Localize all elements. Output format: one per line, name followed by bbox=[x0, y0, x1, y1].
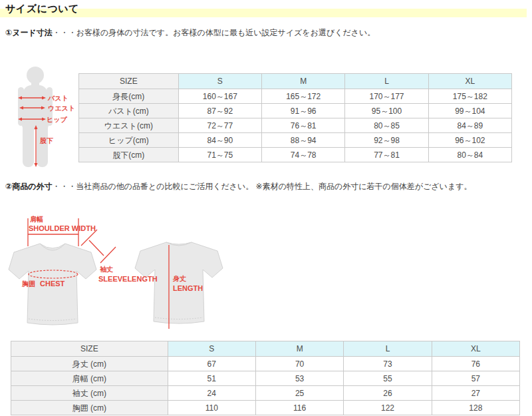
cell: 74～78 bbox=[262, 148, 345, 162]
row-label: 身丈 (cm) bbox=[11, 357, 168, 371]
cell: 26 bbox=[344, 386, 432, 401]
size-column-header: SIZE bbox=[11, 341, 168, 357]
sleeve-length-label-en: SLEEVELENGTH bbox=[98, 275, 158, 283]
cell: 71～75 bbox=[178, 148, 261, 162]
table-header-row: SIZE S M L XL bbox=[11, 341, 520, 357]
cell: 165～172 bbox=[262, 89, 345, 104]
hip-label: ヒップ bbox=[47, 116, 67, 123]
outer-size-intro: ②商品の外寸・・・当社商品の他の品番との比較にご活用ください。 ※素材の特性上、… bbox=[5, 181, 471, 192]
cell: 84～89 bbox=[428, 118, 511, 133]
cell: 80～85 bbox=[345, 118, 428, 133]
shirt-back-illustration bbox=[135, 242, 223, 323]
cell: 24 bbox=[168, 386, 255, 401]
table-row-sleeve-length: 袖丈 (cm) 24 25 26 27 bbox=[11, 386, 520, 401]
inseam-label: 股下 bbox=[39, 137, 53, 144]
cell: 110 bbox=[168, 401, 255, 415]
cell: 55 bbox=[344, 371, 432, 386]
cell: 76～81 bbox=[262, 118, 345, 133]
row-label: ウエスト(cm) bbox=[79, 118, 179, 133]
table-row-height: 身長(cm) 160～167 165～172 170～177 175～182 bbox=[79, 89, 512, 104]
column-header-l: L bbox=[344, 341, 432, 357]
cell: 25 bbox=[255, 386, 343, 401]
outer-size-description: ・・・当社商品の他の品番との比較にご活用ください。 ※素材の特性上、商品の外寸に… bbox=[52, 182, 471, 191]
cell: 128 bbox=[432, 401, 519, 415]
cell: 96～102 bbox=[428, 133, 511, 148]
row-label: バスト(cm) bbox=[79, 104, 179, 118]
cell: 170～177 bbox=[345, 89, 428, 104]
cell: 80～84 bbox=[428, 148, 511, 162]
row-label: 袖丈 (cm) bbox=[11, 386, 168, 401]
table-row-shoulder-width: 肩幅 (cm) 51 53 55 57 bbox=[11, 371, 520, 386]
column-header-l: L bbox=[345, 74, 428, 89]
shoulder-width-label-jp: 肩幅 bbox=[29, 216, 43, 223]
chest-label-jp: 胸囲 bbox=[21, 280, 35, 288]
table-row-inseam: 股下(cm) 71～75 74～78 77～81 80～84 bbox=[79, 148, 512, 162]
cell: 160～167 bbox=[178, 89, 261, 104]
size-guide-page: サイズについて ①ヌード寸法・・・お客様の身体の寸法です。お客様の体型に最も近い… bbox=[0, 0, 532, 416]
body-measurement-figure: バスト ウエスト ヒップ 股下 bbox=[10, 57, 80, 170]
table-row-bust: バスト(cm) 87～92 91～96 95～100 99～104 bbox=[79, 104, 512, 118]
cell: 175～182 bbox=[428, 89, 511, 104]
sleeve-length-label-jp: 袖丈 bbox=[99, 266, 113, 273]
cell: 91～96 bbox=[262, 104, 345, 118]
cell: 99～104 bbox=[428, 104, 511, 118]
cell: 57 bbox=[432, 371, 519, 386]
garment-size-table: SIZE S M L XL 身丈 (cm) 67 70 73 76 肩幅 (cm… bbox=[11, 341, 520, 415]
row-label: 胸囲 (cm) bbox=[11, 401, 168, 415]
table-header-row: SIZE S M L XL bbox=[79, 74, 512, 89]
page-title: サイズについて bbox=[5, 3, 79, 15]
cell: 72～77 bbox=[178, 118, 261, 133]
length-label-jp: 身丈 bbox=[172, 275, 186, 282]
cell: 70 bbox=[255, 357, 343, 371]
bust-label: バスト bbox=[47, 95, 68, 102]
cell: 27 bbox=[432, 386, 519, 401]
cell: 95～100 bbox=[345, 104, 428, 118]
column-header-s: S bbox=[178, 74, 261, 89]
shoulder-width-label-en: SHOULDER WIDTH bbox=[29, 224, 96, 232]
table-row-body-length: 身丈 (cm) 67 70 73 76 bbox=[11, 357, 520, 371]
cell: 51 bbox=[168, 371, 255, 386]
table-row-chest: 胸囲 (cm) 110 116 122 128 bbox=[11, 401, 520, 415]
row-label: 股下(cm) bbox=[79, 148, 179, 162]
cell: 73 bbox=[344, 357, 432, 371]
table-row-hip: ヒップ(cm) 84～90 88～94 92～98 96～102 bbox=[79, 133, 512, 148]
column-header-m: M bbox=[262, 74, 345, 89]
nude-size-heading: ①ヌード寸法 bbox=[5, 28, 53, 37]
cell: 88～94 bbox=[262, 133, 345, 148]
row-label: 身長(cm) bbox=[79, 89, 179, 104]
column-header-xl: XL bbox=[428, 74, 511, 89]
chest-label-en: CHEST bbox=[40, 280, 65, 288]
nude-size-intro: ①ヌード寸法・・・お客様の身体の寸法です。お客様の体型に最も近い設定サイズをお選… bbox=[5, 27, 375, 39]
waist-label: ウエスト bbox=[48, 104, 75, 112]
cell: 87～92 bbox=[178, 104, 261, 118]
nude-size-description: ・・・お客様の身体の寸法です。お客様の体型に最も近い設定サイズをお選びください。 bbox=[53, 28, 376, 37]
cell: 84～90 bbox=[178, 133, 261, 148]
cell: 76 bbox=[432, 357, 519, 371]
outer-size-heading: ②商品の外寸 bbox=[5, 182, 52, 191]
cell: 67 bbox=[168, 357, 255, 371]
row-label: 肩幅 (cm) bbox=[11, 371, 168, 386]
shirt-measurement-figure: 肩幅 SHOULDER WIDTH 袖丈 SLEEVELENGTH 胸囲 CHE… bbox=[7, 205, 259, 335]
column-header-m: M bbox=[255, 341, 343, 357]
length-label-en: LENGTH bbox=[173, 284, 203, 292]
row-label: ヒップ(cm) bbox=[79, 133, 179, 148]
nude-size-table: SIZE S M L XL 身長(cm) 160～167 165～172 170… bbox=[78, 73, 512, 162]
column-header-s: S bbox=[168, 341, 255, 357]
column-header-xl: XL bbox=[432, 341, 519, 357]
cell: 53 bbox=[255, 371, 343, 386]
table-row-waist: ウエスト(cm) 72～77 76～81 80～85 84～89 bbox=[79, 118, 512, 133]
cell: 77～81 bbox=[345, 148, 428, 162]
cell: 122 bbox=[344, 401, 432, 415]
size-column-header: SIZE bbox=[79, 74, 179, 89]
cell: 116 bbox=[255, 401, 343, 415]
cell: 92～98 bbox=[345, 133, 428, 148]
